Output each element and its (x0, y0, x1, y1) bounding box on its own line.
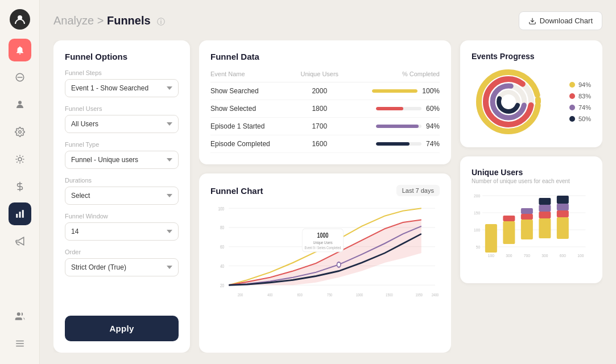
breadcrumb-prefix: Analyze > (53, 14, 107, 27)
svg-text:Unique Users: Unique Users (313, 240, 333, 245)
legend-item-50: 50% (569, 115, 591, 122)
sun-icon[interactable] (9, 148, 31, 171)
legend-dot-purple (569, 105, 575, 110)
funnel-window-group: Funnel Window 14 (65, 213, 179, 241)
pct-completed-cell: 94% (346, 118, 440, 135)
legend-label-94: 94% (578, 81, 591, 88)
bar-chart-icon[interactable] (9, 202, 31, 225)
funnel-type-label: Funnel Type (65, 141, 179, 148)
donut-legend: 94% 83% 74% 50% (569, 81, 591, 122)
svg-text:1500: 1500 (386, 293, 393, 297)
svg-text:100: 100 (577, 254, 584, 258)
svg-text:200: 200 (238, 293, 243, 297)
svg-text:600: 600 (560, 254, 566, 258)
pct-value: 74% (426, 140, 440, 148)
svg-rect-74 (557, 210, 569, 217)
unique-users-cell: 1800 (293, 100, 346, 118)
svg-text:1000: 1000 (317, 231, 329, 239)
svg-point-18 (16, 312, 20, 316)
funnel-chart-header: Funnel Chart Last 7 days (210, 185, 440, 196)
svg-rect-15 (16, 214, 18, 218)
svg-rect-66 (521, 220, 533, 239)
funnel-steps-label: Funnel Steps (65, 69, 179, 76)
funnel-data-table: Event Name Unique Users % Completed Show… (210, 68, 440, 153)
svg-point-3 (18, 101, 22, 104)
durations-label: Durations (65, 177, 179, 184)
right-column: Events Progress (460, 40, 602, 353)
svg-rect-69 (539, 218, 551, 238)
apply-button[interactable]: Apply (65, 316, 179, 341)
events-progress-panel: Events Progress (460, 40, 602, 147)
svg-rect-68 (521, 208, 533, 214)
no-entry-icon[interactable] (9, 66, 31, 89)
svg-rect-64 (503, 221, 515, 244)
dollar-icon[interactable] (9, 175, 31, 198)
unique-users-subtitle: Number of unique users for each event (472, 178, 591, 184)
progress-bar (376, 142, 410, 146)
durations-group: Durations Select (65, 177, 179, 205)
table-row: Episode Completed 1600 74% (210, 135, 440, 153)
unique-users-bar-chart: 200 150 100 50 (472, 190, 591, 270)
svg-rect-72 (539, 198, 551, 205)
funnel-type-select[interactable]: Funnel - Unique users (65, 151, 179, 169)
svg-text:80: 80 (220, 225, 225, 230)
gear-icon[interactable] (9, 121, 31, 143)
funnel-options-panel: Funnel Options Funnel Steps Event 1 - Sh… (53, 40, 190, 353)
events-progress-title: Events Progress (472, 52, 591, 61)
funnel-data-panel: Funnel Data Event Name Unique Users % Co… (199, 40, 451, 164)
download-chart-button[interactable]: Download Chart (519, 11, 602, 30)
funnel-window-label: Funnel Window (65, 213, 179, 220)
svg-rect-16 (19, 212, 20, 218)
legend-item-94: 94% (569, 81, 591, 88)
legend-label-74: 74% (578, 104, 591, 111)
order-select[interactable]: Strict Order (True) (65, 258, 179, 276)
durations-select[interactable]: Select (65, 187, 179, 205)
unique-users-title: Unique Users (472, 168, 591, 177)
funnel-steps-group: Funnel Steps Event 1 - Show Searched (65, 69, 179, 97)
svg-rect-63 (485, 224, 497, 253)
date-range-selector[interactable]: Last 7 days (396, 185, 440, 196)
users-icon[interactable] (9, 305, 31, 328)
pct-completed-cell: 74% (346, 135, 440, 153)
funnel-options-title: Funnel Options (65, 52, 179, 61)
order-label: Order (65, 249, 179, 255)
svg-text:750: 750 (327, 293, 333, 297)
funnel-line-chart: 100 80 60 40 20 200 400 600 750 1000 150… (210, 202, 440, 304)
legend-label-83: 83% (578, 93, 591, 100)
funnel-steps-select[interactable]: Event 1 - Show Searched (65, 79, 179, 97)
svg-rect-70 (539, 212, 551, 218)
hamburger-menu-icon[interactable] (9, 332, 31, 355)
svg-text:40: 40 (220, 263, 225, 269)
person-icon[interactable] (9, 93, 31, 116)
download-icon (528, 17, 536, 25)
info-icon: ⓘ (157, 17, 165, 26)
funnel-chart-panel: Funnel Chart Last 7 days 100 80 60 40 20 (199, 173, 451, 353)
table-row: Show Selected 1800 60% (210, 100, 440, 118)
donut-chart (472, 68, 545, 136)
order-group: Order Strict Order (True) (65, 249, 179, 276)
event-name-cell: Episode 1 Started (210, 118, 293, 135)
event-name-cell: Show Selected (210, 100, 293, 118)
main-content: Analyze > Funnels ⓘ Download Chart Funne… (40, 0, 616, 364)
megaphone-icon[interactable] (9, 230, 31, 253)
svg-point-46 (337, 262, 340, 267)
svg-line-13 (22, 156, 23, 157)
breadcrumb: Analyze > Funnels ⓘ (53, 14, 165, 27)
table-row: Episode 1 Started 1700 94% (210, 118, 440, 135)
svg-text:1000: 1000 (356, 293, 363, 297)
svg-rect-71 (539, 205, 551, 212)
funnel-window-select[interactable]: 14 (65, 222, 179, 241)
pct-completed-cell: 60% (346, 100, 440, 118)
pct-completed-cell: 100% (346, 82, 440, 100)
bell-icon[interactable] (9, 39, 31, 61)
svg-line-10 (16, 156, 18, 157)
funnel-users-select[interactable]: All Users (65, 115, 179, 133)
svg-rect-76 (557, 196, 569, 204)
avatar[interactable] (10, 9, 30, 30)
col-pct-completed: % Completed (346, 68, 440, 82)
svg-text:100: 100 (488, 254, 494, 258)
progress-bar (376, 125, 419, 128)
svg-text:300: 300 (541, 254, 548, 258)
unique-users-cell: 2000 (293, 82, 346, 100)
legend-item-74: 74% (569, 104, 591, 111)
